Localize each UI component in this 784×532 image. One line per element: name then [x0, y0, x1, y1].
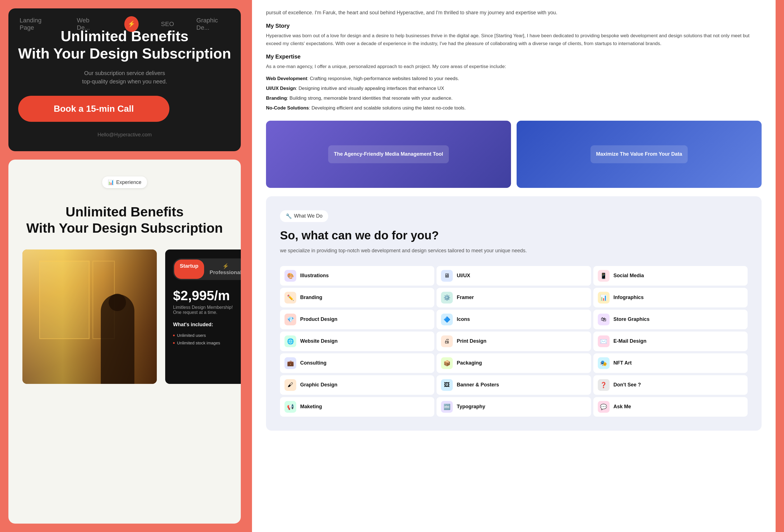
service-item[interactable]: 🔷 Icons	[437, 310, 591, 329]
my-expertise-heading: My Expertise	[266, 54, 762, 60]
service-item[interactable]: 🌐 Website Design	[280, 332, 434, 351]
service-name: Branding	[300, 295, 322, 301]
about-text: pursuit of excellence. I'm Faruk, the he…	[266, 8, 762, 17]
service-name: Framer	[457, 295, 474, 301]
expertise-nocode: No-Code Solutions: Developing efficient …	[266, 104, 762, 112]
service-item[interactable]: 📦 Packaging	[437, 353, 591, 373]
experience-badge: 📊 Experience	[102, 176, 147, 188]
service-icon: 🎭	[598, 357, 610, 369]
service-item[interactable]: 📊 Infographics	[593, 288, 748, 307]
my-story-text: Hyperactive was born out of a love for d…	[266, 32, 762, 48]
hero-photo	[22, 250, 157, 384]
service-name: Print Design	[457, 338, 486, 344]
light-content-grid: Startup ⚡ Professional $2,995/m Limitles…	[22, 250, 227, 384]
service-item[interactable]: 🎨 Illustrations	[280, 266, 434, 286]
service-item[interactable]: 🖼 Banner & Posters	[437, 375, 591, 395]
portfolio-card-2[interactable]: Maximize The Value From Your Data	[516, 121, 762, 188]
service-name: Graphic Design	[300, 382, 337, 388]
included-title: What's included:	[173, 322, 241, 328]
service-item[interactable]: 🖥 UI/UX	[437, 266, 591, 286]
service-item[interactable]: 💼 Consulting	[280, 353, 434, 373]
service-name: Consulting	[300, 360, 327, 366]
chart-icon: 📊	[108, 179, 114, 185]
person-silhouette	[84, 278, 140, 384]
nav-graphic-design[interactable]: Graphic De...	[196, 17, 230, 31]
professional-plan-button[interactable]: ⚡ Professional	[204, 259, 241, 279]
service-name: Store Graphics	[614, 316, 650, 322]
service-name: Banner & Posters	[457, 382, 499, 388]
what-we-do-title: So, what can we do for you?	[280, 229, 748, 242]
lightning-icon: ⚡	[222, 263, 229, 269]
service-icon: 💎	[284, 314, 296, 325]
service-name: Typography	[457, 404, 485, 410]
service-item[interactable]: ❓ Don't See ?	[593, 375, 748, 395]
service-icon: 📢	[284, 401, 296, 413]
book-call-button[interactable]: Book a 15-min Call	[18, 96, 169, 122]
service-name: UI/UX	[457, 273, 470, 279]
price-description: Limitless Design Membership! One request…	[173, 305, 241, 315]
expertise-web-dev: Web Development: Crafting responsive, hi…	[266, 75, 762, 83]
nav-seo[interactable]: SEO	[161, 21, 174, 28]
service-icon: 📦	[441, 357, 453, 369]
service-icon: 📱	[598, 270, 610, 282]
service-name: NFT Art	[614, 360, 632, 366]
service-name: Social Media	[614, 273, 644, 279]
hero-content: Unlimited Benefits With Your Design Subs…	[18, 27, 231, 138]
expertise-list: Web Development: Crafting responsive, hi…	[266, 75, 762, 112]
service-icon: ❓	[598, 379, 610, 391]
service-icon: 🛍	[598, 314, 610, 325]
service-icon: 📊	[598, 292, 610, 304]
startup-plan-button[interactable]: Startup	[174, 259, 204, 279]
light-hero-title: Unlimited Benefits With Your Design Subs…	[22, 204, 227, 236]
service-name: Packaging	[457, 360, 482, 366]
service-item[interactable]: 🖨 Print Design	[437, 332, 591, 351]
nav-landing-page[interactable]: Landing Page	[20, 17, 54, 31]
service-item[interactable]: ✏️ Branding	[280, 288, 434, 307]
service-icon: 💼	[284, 357, 296, 369]
nav-web-design[interactable]: Web De...	[77, 17, 102, 31]
services-grid: 🎨 Illustrations 🖥 UI/UX 📱 Social Media ✏…	[280, 266, 748, 417]
portfolio-card-1[interactable]: The Agency-Friendly Media Management Too…	[266, 121, 511, 188]
service-item[interactable]: 💬 Ask Me	[593, 397, 748, 417]
service-name: Maketing	[300, 404, 322, 410]
service-item[interactable]: 🔤 Typography	[437, 397, 591, 417]
bullet-icon	[173, 335, 175, 336]
service-icon: ⚙️	[441, 292, 453, 304]
service-item[interactable]: 📢 Maketing	[280, 397, 434, 417]
portfolio-card-2-title: Maximize The Value From Your Data	[516, 121, 762, 188]
service-item[interactable]: 💎 Product Design	[280, 310, 434, 329]
service-icon: 🔤	[441, 401, 453, 413]
what-we-do-section: 🔧 What We Do So, what can we do for you?…	[266, 196, 762, 431]
service-name: Website Design	[300, 338, 338, 344]
expertise-intro: As a one-man agency, I offer a unique, p…	[266, 63, 762, 71]
service-item[interactable]: ✉️ E-Mail Design	[593, 332, 748, 351]
service-name: Don't See ?	[614, 382, 641, 388]
pricing-card: Startup ⚡ Professional $2,995/m Limitles…	[165, 250, 241, 384]
light-section: 📊 Experience Unlimited Benefits With You…	[8, 160, 241, 524]
expertise-uiux: UI/UX Design: Designing intuitive and vi…	[266, 85, 762, 93]
person-image	[22, 250, 157, 384]
service-icon: 🔷	[441, 314, 453, 325]
service-item[interactable]: ⚙️ Framer	[437, 288, 591, 307]
service-item[interactable]: 📱 Social Media	[593, 266, 748, 286]
service-item[interactable]: 🎭 NFT Art	[593, 353, 748, 373]
service-name: Ask Me	[614, 404, 631, 410]
what-we-do-icon: 🔧	[286, 213, 292, 219]
lightning-nav-icon[interactable]: ⚡	[124, 16, 139, 32]
service-name: Icons	[457, 316, 470, 322]
my-story-heading: My Story	[266, 23, 762, 29]
service-icon: 🖨	[441, 335, 453, 347]
hero-email: Hello@Hyperactive.com	[18, 132, 231, 138]
service-item[interactable]: 🖌 Graphic Design	[280, 375, 434, 395]
price-value: $2,995/m	[173, 288, 241, 303]
bullet-icon	[173, 342, 175, 344]
service-name: Infographics	[614, 295, 644, 301]
what-we-do-desc: we specialize in providing top-notch web…	[280, 247, 748, 255]
included-item-2: Unlimited stock images	[173, 339, 241, 347]
hero-subtitle: Our subscription service delivers top-qu…	[18, 69, 231, 86]
service-icon: 🖼	[441, 379, 453, 391]
portfolio-row: The Agency-Friendly Media Management Too…	[266, 121, 762, 188]
service-item[interactable]: 🛍 Store Graphics	[593, 310, 748, 329]
service-icon: ✏️	[284, 292, 296, 304]
what-we-do-badge: 🔧 What We Do	[280, 210, 328, 222]
